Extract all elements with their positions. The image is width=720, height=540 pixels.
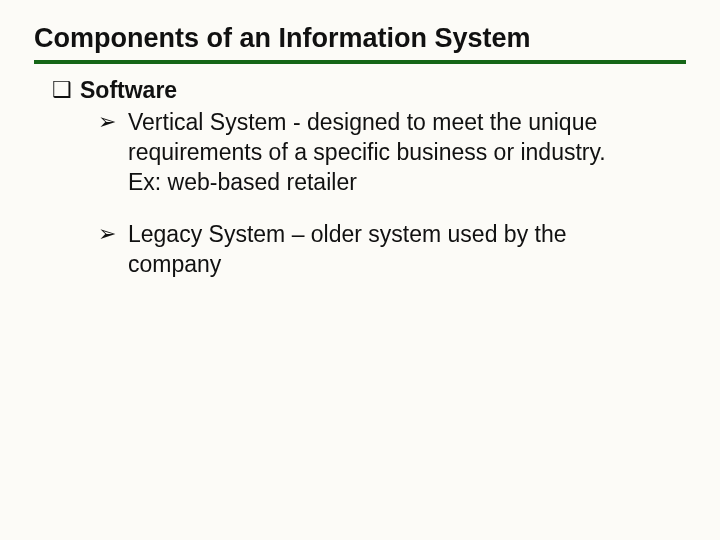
- slide: Components of an Information System ❑ So…: [0, 0, 720, 540]
- square-bullet-icon: ❑: [52, 76, 80, 106]
- list-item: ❑ Software: [52, 76, 686, 106]
- slide-title: Components of an Information System: [34, 22, 686, 64]
- list-item: ➢ Vertical System - designed to meet the…: [98, 108, 686, 198]
- list-item-text: Vertical System - designed to meet the u…: [128, 108, 618, 198]
- arrow-bullet-icon: ➢: [98, 108, 128, 198]
- section-heading: Software: [80, 76, 177, 106]
- list-item: ➢ Legacy System – older system used by t…: [98, 220, 686, 280]
- arrow-bullet-icon: ➢: [98, 220, 128, 280]
- list-item-text: Legacy System – older system used by the…: [128, 220, 618, 280]
- slide-content: ❑ Software ➢ Vertical System - designed …: [34, 76, 686, 279]
